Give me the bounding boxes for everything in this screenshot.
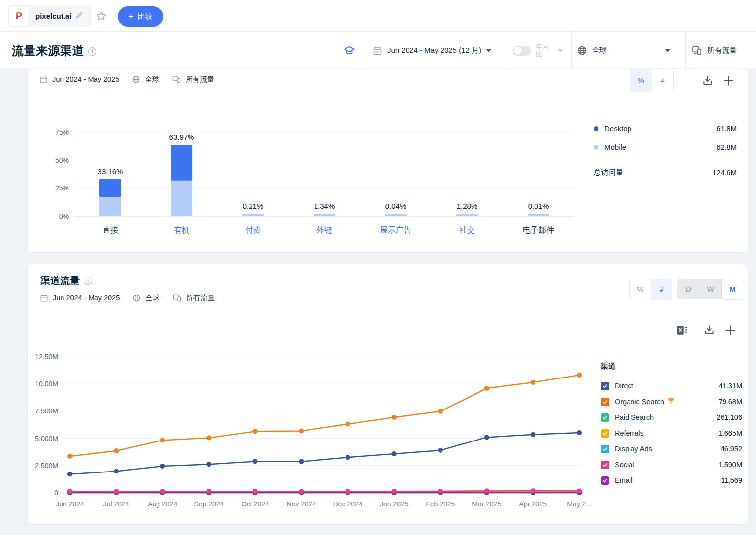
add-to-dashboard-icon[interactable] [722,74,735,87]
legend-item-display-ads[interactable]: Display Ads46,952 [601,441,742,457]
data-point[interactable] [67,489,72,494]
data-point[interactable] [160,490,165,495]
data-point[interactable] [531,490,536,495]
data-point[interactable] [531,432,536,437]
data-point[interactable] [67,490,72,495]
academy-icon[interactable] [343,32,356,68]
data-point[interactable] [484,488,489,493]
data-point[interactable] [438,490,443,495]
data-point[interactable] [160,490,165,495]
info-icon[interactable]: i [88,47,96,56]
legend-item-desktop[interactable]: Desktop 61.8M [594,120,737,138]
data-point[interactable] [252,459,257,464]
data-point[interactable] [114,490,119,495]
data-point[interactable] [299,490,304,495]
legend-item-mobile[interactable]: Mobile 62.8M [594,138,737,156]
data-point[interactable] [299,489,304,494]
export-excel-icon[interactable]: X [676,324,689,337]
data-point[interactable] [577,488,582,493]
data-point[interactable] [346,421,350,426]
region-selector[interactable]: 全球 [577,32,679,68]
data-point[interactable] [438,448,443,453]
data-point[interactable] [484,490,489,495]
compare-button[interactable]: + 比较 [118,6,163,27]
data-point[interactable] [531,490,536,495]
data-point[interactable] [67,490,72,495]
unit-percent-option[interactable]: % [630,279,651,300]
data-point[interactable] [160,438,165,443]
bar-column-5[interactable] [456,214,478,216]
category-label-5[interactable]: 社交 [459,226,475,234]
data-point[interactable] [438,490,443,495]
data-point[interactable] [206,490,211,495]
checkbox-checked-direct[interactable] [601,382,609,390]
data-point[interactable] [438,490,443,495]
data-point[interactable] [252,429,257,434]
data-point[interactable] [346,490,350,495]
data-point[interactable] [252,489,257,494]
data-point[interactable] [346,490,350,495]
bar-column-3[interactable] [314,214,335,216]
data-point[interactable] [484,435,489,440]
data-point[interactable] [206,435,211,440]
checkbox-checked-email[interactable] [601,476,609,485]
data-point[interactable] [299,490,304,495]
data-point[interactable] [252,490,257,495]
data-point[interactable] [531,488,536,493]
legend-item-email[interactable]: Email11,569 [601,472,742,488]
data-point[interactable] [299,489,304,494]
data-point[interactable] [531,380,536,385]
category-label-4[interactable]: 展示广告 [380,226,411,234]
data-point[interactable] [160,490,165,495]
favorite-star-icon[interactable] [95,10,107,22]
bar-column-2[interactable] [242,214,264,216]
data-point[interactable] [392,489,397,494]
data-point[interactable] [438,489,443,494]
data-point[interactable] [114,448,119,453]
data-point[interactable] [346,489,350,494]
category-label-1[interactable]: 有机 [174,226,189,234]
data-point[interactable] [531,490,536,495]
data-point[interactable] [577,490,582,495]
unit-number-option[interactable]: # [652,69,673,92]
data-point[interactable] [114,489,119,494]
data-point[interactable] [114,490,119,495]
data-point[interactable] [114,469,119,474]
traffic-type-selector[interactable]: 所有流量 [691,32,737,68]
granularity-month[interactable]: M [722,279,744,299]
data-point[interactable] [484,490,489,495]
yoy-compare-control[interactable]: 年同比 [513,32,563,68]
data-point[interactable] [577,490,582,495]
yoy-toggle[interactable] [513,46,531,56]
data-point[interactable] [67,454,72,459]
data-point[interactable] [206,489,211,494]
category-label-3[interactable]: 外链 [316,226,332,234]
download-icon[interactable] [701,74,714,87]
edit-domain-icon[interactable] [75,11,83,21]
data-point[interactable] [577,430,582,435]
granularity-week[interactable]: W [699,279,722,299]
category-label-2[interactable]: 付费 [245,226,261,234]
data-point[interactable] [67,490,72,495]
data-point[interactable] [484,386,489,391]
data-point[interactable] [392,490,397,495]
data-point[interactable] [160,489,165,494]
bar-column-1[interactable] [171,145,192,216]
date-range-selector[interactable]: Jun 2024 - May 2025 (12 月) [373,32,491,68]
checkbox-checked-display-ads[interactable] [601,445,609,453]
data-point[interactable] [392,489,397,494]
legend-item-organic-search[interactable]: Organic Search79.68M [601,394,742,409]
data-point[interactable] [484,488,489,493]
data-point[interactable] [299,429,304,434]
data-point[interactable] [392,490,397,495]
add-to-dashboard-icon[interactable] [724,324,737,337]
bar-column-0[interactable] [99,179,121,216]
checkbox-checked-social[interactable] [601,461,609,469]
data-point[interactable] [438,409,443,414]
data-point[interactable] [484,490,489,495]
data-point[interactable] [392,451,397,456]
bar-column-6[interactable] [528,214,549,216]
data-point[interactable] [252,490,257,495]
data-point[interactable] [206,489,211,494]
data-point[interactable] [114,490,119,495]
